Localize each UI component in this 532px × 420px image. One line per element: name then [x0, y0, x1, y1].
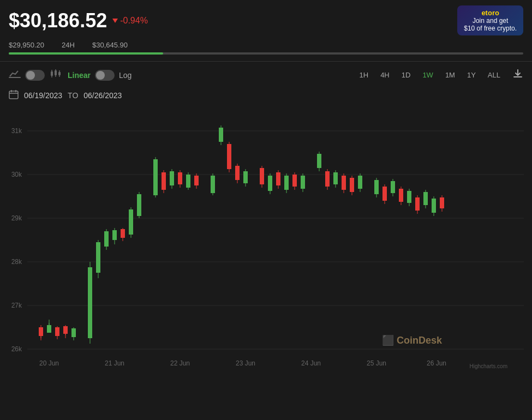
svg-text:21 Jun: 21 Jun: [105, 359, 124, 367]
svg-text:22 Jun: 22 Jun: [170, 359, 190, 367]
svg-text:Highcharts.com: Highcharts.com: [470, 363, 507, 369]
svg-rect-144: [407, 191, 411, 203]
range-bar-section: $29,950.20 24H $30,645.90: [0, 39, 532, 59]
svg-rect-69: [170, 171, 174, 185]
svg-rect-7: [58, 72, 61, 75]
svg-rect-102: [276, 172, 280, 185]
date-range-bar: 06/19/2023 TO 06/26/2023: [0, 86, 532, 107]
linear-log-group: Linear Log: [68, 70, 131, 81]
svg-text:20 Jun: 20 Jun: [39, 359, 59, 367]
arrow-down-icon: [112, 19, 118, 23]
range-high: $30,645.90: [92, 41, 128, 49]
svg-rect-153: [432, 199, 436, 213]
time-btn-4h[interactable]: 4H: [376, 69, 394, 81]
svg-text:27k: 27k: [11, 302, 22, 309]
change-percent: -0.94%: [120, 16, 148, 26]
svg-rect-75: [186, 175, 190, 188]
svg-rect-78: [194, 176, 199, 185]
range-row: $29,950.20 24H $30,645.90: [9, 41, 523, 49]
svg-rect-150: [423, 192, 428, 205]
controls-bar: Linear Log 1H 4H 1D 1W 1M 1Y ALL: [0, 64, 532, 86]
log-label: Log: [119, 71, 131, 80]
date-to: 06/26/2023: [83, 91, 122, 100]
svg-text:23 Jun: 23 Jun: [236, 359, 255, 367]
time-btn-1h[interactable]: 1H: [355, 69, 373, 81]
svg-rect-105: [284, 176, 289, 190]
time-btn-1m[interactable]: 1M: [441, 69, 459, 81]
left-controls: Linear Log: [9, 69, 131, 81]
ad-line1: Join and get: [464, 17, 517, 25]
right-controls: 1H 4H 1D 1W 1M 1Y ALL: [355, 68, 523, 82]
svg-rect-156: [440, 197, 444, 208]
svg-rect-60: [137, 194, 141, 216]
svg-text:29k: 29k: [11, 214, 22, 222]
svg-rect-45: [96, 242, 100, 273]
svg-rect-4: [55, 70, 57, 75]
svg-rect-111: [301, 176, 305, 189]
svg-rect-90: [235, 166, 240, 180]
svg-rect-0: [9, 77, 21, 78]
svg-rect-1: [51, 71, 53, 76]
svg-rect-30: [47, 325, 51, 333]
ad-brand: etoro: [464, 9, 517, 17]
candlestick-chart: 31k 30k 29k 28k 27k 26k: [0, 109, 532, 371]
time-btn-1w[interactable]: 1W: [418, 69, 438, 81]
svg-text:24 Jun: 24 Jun: [301, 359, 321, 367]
svg-rect-42: [88, 267, 92, 338]
svg-rect-66: [162, 172, 166, 190]
svg-rect-54: [121, 229, 125, 238]
toggle-knob: [26, 71, 35, 80]
chart-type-icons: [9, 69, 61, 81]
svg-text:30k: 30k: [11, 171, 22, 178]
svg-rect-63: [153, 159, 158, 195]
range-progress: [9, 52, 523, 55]
time-btn-1d[interactable]: 1D: [397, 69, 415, 81]
svg-rect-96: [260, 168, 264, 184]
svg-rect-27: [39, 327, 43, 336]
svg-rect-141: [399, 189, 403, 202]
progress-fill: [9, 52, 163, 55]
svg-rect-10: [9, 91, 18, 99]
svg-text:26k: 26k: [11, 345, 22, 353]
ad-banner[interactable]: etoro Join and get $10 of free crypto.: [457, 5, 523, 35]
svg-rect-72: [178, 172, 182, 184]
svg-rect-87: [227, 144, 231, 169]
calendar-icon: [9, 89, 19, 101]
svg-rect-129: [358, 176, 362, 189]
svg-rect-93: [243, 171, 248, 183]
time-btn-all[interactable]: ALL: [483, 69, 505, 81]
svg-text:28k: 28k: [11, 258, 22, 266]
price-change: -0.94%: [112, 16, 148, 26]
top-bar: $30,186.52 -0.94% etoro Join and get $10…: [0, 0, 532, 39]
svg-rect-138: [391, 181, 395, 193]
svg-rect-114: [317, 154, 321, 168]
svg-rect-99: [268, 176, 272, 191]
time-btn-1y[interactable]: 1Y: [463, 69, 480, 81]
chart-type-toggle[interactable]: [25, 70, 45, 81]
svg-rect-57: [129, 209, 133, 235]
price-section: $30,186.52 -0.94%: [9, 9, 148, 32]
svg-rect-51: [112, 230, 117, 240]
svg-rect-123: [342, 176, 346, 190]
ad-line2: $10 of free crypto.: [464, 25, 517, 32]
svg-text:⬛ CoinDesk: ⬛ CoinDesk: [382, 334, 443, 346]
candle-chart-icon[interactable]: [49, 69, 61, 81]
linear-label: Linear: [68, 71, 91, 80]
svg-rect-147: [415, 197, 420, 211]
svg-rect-120: [333, 172, 338, 184]
svg-rect-132: [374, 180, 379, 194]
svg-text:31k: 31k: [11, 127, 22, 135]
range-low: $29,950.20: [9, 41, 44, 49]
svg-rect-33: [55, 327, 59, 336]
svg-text:26 Jun: 26 Jun: [427, 359, 446, 367]
line-chart-icon[interactable]: [9, 69, 21, 81]
svg-rect-135: [382, 187, 387, 201]
linear-log-toggle[interactable]: [95, 70, 115, 81]
svg-rect-36: [63, 326, 68, 334]
linear-log-knob: [96, 71, 105, 80]
date-to-label: TO: [68, 91, 78, 100]
svg-rect-108: [292, 175, 297, 187]
date-from: 06/19/2023: [24, 91, 62, 100]
svg-rect-117: [325, 171, 330, 187]
download-icon[interactable]: [512, 68, 523, 82]
